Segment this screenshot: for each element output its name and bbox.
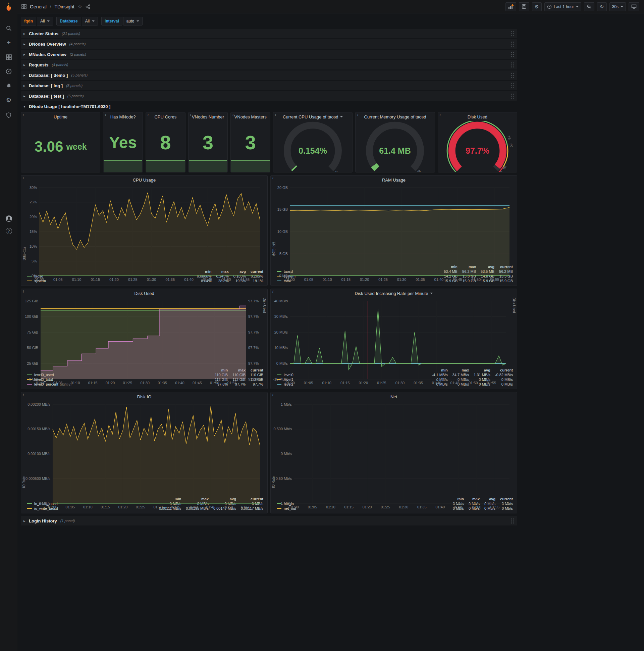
panel-title[interactable]: Net: [271, 392, 517, 401]
row-drag-handle[interactable]: [511, 31, 515, 36]
time-range-picker[interactable]: Last 1 hour: [544, 2, 581, 11]
variable-interval-value[interactable]: auto: [123, 17, 142, 26]
breadcrumb-dashboard-title[interactable]: TDinsight: [54, 4, 74, 9]
svg-text:15%: 15%: [30, 229, 37, 234]
panel-info-icon[interactable]: i: [440, 113, 441, 117]
zoom-out-button[interactable]: [584, 2, 594, 11]
dashboard-grid-icon[interactable]: [22, 4, 27, 9]
dashboards-icon[interactable]: [5, 53, 12, 61]
dashboard-row-login-history[interactable]: ▸ Login History (1 panel): [21, 516, 517, 526]
panel-title[interactable]: Has MNode?: [103, 113, 142, 121]
net-graph[interactable]: 1 Mb/s0.500 Mb/s0 Mb/s-0.50 Mb/s-1 Mb/s0…: [273, 402, 515, 496]
svg-text:01:10: 01:10: [83, 505, 93, 509]
cycle-view-button[interactable]: [629, 2, 639, 11]
y-axis-label: 使用占比: [22, 184, 27, 260]
panel-title[interactable]: VNodes Number: [189, 113, 228, 121]
user-avatar[interactable]: [5, 215, 12, 222]
disk-rate-graph[interactable]: 40 MB/s30 MB/s20 MB/s10 MB/s0 MB/s-10 MB…: [273, 298, 515, 367]
ram-usage-graph[interactable]: 20 GB15 GB10 GB5 GB0 MB01:0001:0501:1001…: [273, 185, 515, 264]
time-range-label: Last 1 hour: [554, 4, 574, 9]
panel-title[interactable]: Disk Used: [21, 289, 267, 298]
row-drag-handle[interactable]: [511, 73, 515, 78]
dashboard-row-mnodes-overview[interactable]: ▸ MNodes Overview (2 panels): [21, 50, 517, 59]
alerting-bell-icon[interactable]: [5, 82, 12, 90]
panel-title[interactable]: Uptime: [21, 113, 100, 121]
row-drag-handle[interactable]: [511, 519, 515, 524]
panel-info-icon[interactable]: i: [190, 113, 191, 117]
add-panel-button[interactable]: [506, 2, 516, 11]
panel-title[interactable]: CPU Cores: [146, 113, 185, 121]
disk-io-graph[interactable]: 0.00200 MB/s0.00150 MB/s0.00100 MB/s0.00…: [23, 402, 265, 496]
svg-text:01:25: 01:25: [123, 381, 132, 385]
dashboard-row-dnodes-overview[interactable]: ▸ DNodes Overview (4 panels): [21, 39, 517, 49]
panel-info-icon[interactable]: i: [357, 113, 358, 117]
svg-text:01:45: 01:45: [454, 505, 463, 509]
svg-text:01:30: 01:30: [395, 381, 405, 385]
star-icon[interactable]: ☆: [78, 4, 82, 10]
panel-title[interactable]: Current Memory Usage of taosd: [356, 113, 434, 121]
panel-info-icon[interactable]: i: [105, 113, 106, 117]
row-drag-handle[interactable]: [511, 52, 515, 57]
panel-info-icon[interactable]: i: [272, 393, 273, 397]
disk-used-gauge: 075809510097.7%: [438, 121, 517, 172]
panel-title[interactable]: Disk Used Increasing Rate per Minute: [271, 289, 517, 298]
panel-title[interactable]: Disk IO: [21, 392, 267, 401]
chevron-down-icon: [92, 21, 95, 22]
row-drag-handle[interactable]: [511, 94, 515, 99]
panel-info-icon[interactable]: i: [232, 113, 233, 117]
dashboard-settings-button[interactable]: ⚙: [532, 2, 542, 11]
svg-text:01:20: 01:20: [362, 505, 372, 509]
refresh-button[interactable]: ↻: [597, 2, 607, 11]
variable-fqdn-value[interactable]: All: [37, 17, 53, 26]
row-panel-count: (5 panels): [71, 73, 88, 77]
panel-info-icon[interactable]: i: [272, 176, 273, 180]
search-icon[interactable]: [5, 25, 12, 32]
panel-info-icon[interactable]: i: [23, 393, 24, 397]
row-drag-handle[interactable]: [511, 41, 515, 46]
row-drag-handle[interactable]: [511, 83, 515, 88]
svg-text:0.500 Mb/s: 0.500 Mb/s: [274, 427, 292, 431]
svg-text:01:40: 01:40: [434, 278, 444, 282]
row-title: Cluster Status: [29, 31, 58, 36]
panel-title[interactable]: Disk Used: [438, 113, 517, 121]
chevron-down-icon: [430, 292, 433, 294]
server-admin-shield-icon[interactable]: [5, 111, 12, 119]
dashboard-row-database-log[interactable]: ▸ Database: [ log ] (5 panels): [21, 81, 517, 90]
breadcrumb-section[interactable]: General: [30, 4, 46, 9]
cpu-usage-graph[interactable]: 30%25%20%15%10%5%0%01:0001:0501:1001:150…: [23, 185, 265, 269]
explore-compass-icon[interactable]: [5, 68, 12, 75]
help-icon[interactable]: ?: [6, 228, 12, 234]
panel-title[interactable]: CPU Usage: [21, 176, 267, 184]
panel-title[interactable]: VNodes Masters: [231, 113, 270, 121]
save-dashboard-button[interactable]: [519, 2, 529, 11]
configuration-gear-icon[interactable]: ⚙: [5, 97, 12, 104]
dashboard-row-requests[interactable]: ▸ Requests (4 panels): [21, 60, 517, 69]
svg-text:01:25: 01:25: [136, 505, 145, 509]
variable-database-value[interactable]: All: [82, 17, 98, 26]
panel-info-icon[interactable]: i: [275, 113, 276, 117]
dashboard-row-dnode-usage[interactable]: ▾ DNode Usage [ huolinhe-TM1701:6030 ]: [21, 102, 517, 111]
svg-text:01:45: 01:45: [203, 278, 212, 282]
row-title: Database: [ log ]: [29, 83, 63, 88]
svg-text:30%: 30%: [30, 186, 37, 190]
create-plus-icon[interactable]: +: [5, 39, 12, 46]
disk-used-graph[interactable]: 125 GiB97.7%100 GiB97.7%75 GiB97.7%50 Gi…: [23, 298, 265, 367]
panel-info-icon[interactable]: i: [23, 176, 24, 180]
grafana-logo[interactable]: [3, 2, 14, 13]
dashboard-row-database-test[interactable]: ▸ Database: [ test ] (5 panels): [21, 91, 517, 101]
refresh-interval-picker[interactable]: 30s: [609, 2, 626, 11]
panel-title[interactable]: Current CPU Usage of taosd: [273, 113, 352, 121]
dashboard-row-cluster-status[interactable]: ▸ Cluster Status (21 panels): [21, 29, 517, 38]
panel-info-icon[interactable]: i: [148, 113, 149, 117]
svg-text:97.7%: 97.7%: [248, 362, 259, 366]
panel-title[interactable]: RAM Usage: [271, 176, 517, 184]
panel-info-icon[interactable]: i: [272, 289, 273, 293]
svg-text:01:10: 01:10: [72, 278, 82, 282]
svg-text:01:35: 01:35: [416, 278, 425, 282]
dashboard-row-database-demo[interactable]: ▸ Database: [ demo ] (5 panels): [21, 70, 517, 80]
gauge-panel-memory-usage: i Current Memory Usage of taosd 0158961.…: [355, 112, 435, 173]
row-drag-handle[interactable]: [511, 62, 515, 67]
panel-info-icon[interactable]: i: [23, 289, 24, 293]
share-icon[interactable]: [86, 4, 90, 9]
panel-info-icon[interactable]: i: [23, 113, 24, 117]
